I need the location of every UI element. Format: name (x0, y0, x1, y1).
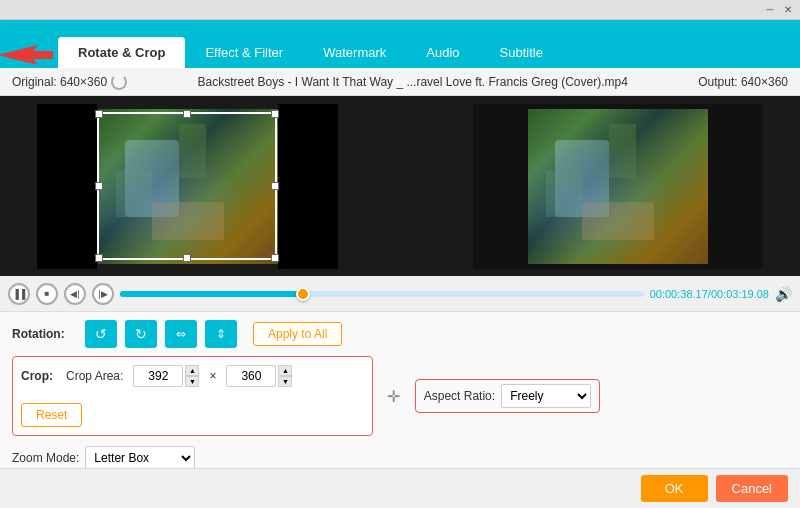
crop-row: Crop: Crop Area: ▲ ▼ × ▲ ▼ Reset (12, 356, 373, 436)
crop-width-spinners: ▲ ▼ (185, 365, 199, 387)
crop-height-input[interactable] (226, 365, 276, 387)
crop-width-input[interactable] (133, 365, 183, 387)
flip-vertical-button[interactable]: ⇕ (205, 320, 237, 348)
rotation-label: Rotation: (12, 327, 77, 341)
arrow-indicator (0, 41, 58, 69)
black-bar-right (278, 104, 338, 269)
timeline-progress (120, 291, 303, 297)
zoom-mode-select[interactable]: Letter Box Pan & Scan Full (85, 446, 195, 470)
crop-height-spinners: ▲ ▼ (278, 365, 292, 387)
rotate-left-button[interactable]: ↺ (85, 320, 117, 348)
rotation-row: Rotation: ↺ ↻ ⇔ ⇕ Apply to All (12, 320, 788, 348)
minimize-button[interactable]: ─ (762, 3, 778, 17)
video-preview-left (98, 109, 278, 264)
crop-width-up[interactable]: ▲ (185, 365, 199, 376)
time-current: 00:00:38.17 (650, 288, 708, 300)
stop-button[interactable]: ■ (36, 283, 58, 305)
crop-section: Crop: Crop Area: ▲ ▼ × ▲ ▼ Reset (12, 356, 788, 470)
zoom-mode-label: Zoom Mode: (12, 451, 79, 465)
tab-bar: Rotate & Crop Effect & Filter Watermark … (0, 20, 800, 68)
preview-area (0, 96, 800, 276)
title-bar: ─ ✕ (0, 0, 800, 20)
x-separator: × (209, 369, 216, 383)
tab-rotate-crop[interactable]: Rotate & Crop (58, 37, 185, 68)
cancel-button[interactable]: Cancel (716, 475, 788, 502)
zoom-mode-group: Zoom Mode: Letter Box Pan & Scan Full (12, 446, 195, 470)
tab-watermark[interactable]: Watermark (303, 37, 406, 68)
prev-frame-button[interactable]: ◀| (64, 283, 86, 305)
preview-left-container (37, 104, 413, 269)
info-bar: Original: 640×360 Backstreet Boys - I Wa… (0, 68, 800, 96)
svg-marker-0 (0, 45, 53, 65)
aspect-ratio-label: Aspect Ratio: (424, 389, 495, 403)
crop-area-label: Crop Area: (66, 369, 123, 383)
time-total: 00:03:19.08 (711, 288, 769, 300)
tab-subtitle[interactable]: Subtitle (480, 37, 563, 68)
volume-icon[interactable]: 🔊 (775, 286, 792, 302)
crop-label: Crop: (21, 369, 56, 383)
crop-width-down[interactable]: ▼ (185, 376, 199, 387)
close-button[interactable]: ✕ (780, 3, 796, 17)
rotate-right-button[interactable]: ↻ (125, 320, 157, 348)
output-size-label: Output: 640×360 (698, 75, 788, 89)
refresh-icon[interactable] (111, 74, 127, 90)
tab-effect-filter[interactable]: Effect & Filter (185, 37, 303, 68)
aspect-ratio-group: Aspect Ratio: Freely 16:9 4:3 1:1 9:16 (415, 379, 600, 413)
reset-btn-container: Reset (21, 403, 364, 427)
crop-height-group: ▲ ▼ (226, 365, 292, 387)
move-crop-icon[interactable]: ✛ (383, 385, 405, 407)
timeline-thumb[interactable] (296, 287, 310, 301)
controls-area: Rotation: ↺ ↻ ⇔ ⇕ Apply to All Crop: Cro… (0, 312, 800, 478)
timeline[interactable] (120, 291, 644, 297)
filename-label: Backstreet Boys - I Want It That Way _ .… (127, 75, 698, 89)
flip-horizontal-button[interactable]: ⇔ (165, 320, 197, 348)
footer: OK Cancel (0, 468, 800, 508)
apply-all-button[interactable]: Apply to All (253, 322, 342, 346)
transport-bar: ▐▐ ■ ◀| |▶ 00:00:38.17/00:03:19.08 🔊 (0, 276, 800, 312)
video-preview-right (528, 109, 708, 264)
reset-button[interactable]: Reset (21, 403, 82, 427)
time-display: 00:00:38.17/00:03:19.08 (650, 288, 769, 300)
preview-right (473, 104, 763, 269)
tab-audio[interactable]: Audio (406, 37, 479, 68)
crop-height-up[interactable]: ▲ (278, 365, 292, 376)
aspect-ratio-select[interactable]: Freely 16:9 4:3 1:1 9:16 (501, 384, 591, 408)
ok-button[interactable]: OK (641, 475, 708, 502)
play-button[interactable]: ▐▐ (8, 283, 30, 305)
crop-height-down[interactable]: ▼ (278, 376, 292, 387)
black-bar-left (37, 104, 97, 269)
crop-width-group: ▲ ▼ (133, 365, 199, 387)
preview-left (97, 104, 278, 269)
next-frame-button[interactable]: |▶ (92, 283, 114, 305)
original-size-label: Original: 640×360 (12, 75, 107, 89)
